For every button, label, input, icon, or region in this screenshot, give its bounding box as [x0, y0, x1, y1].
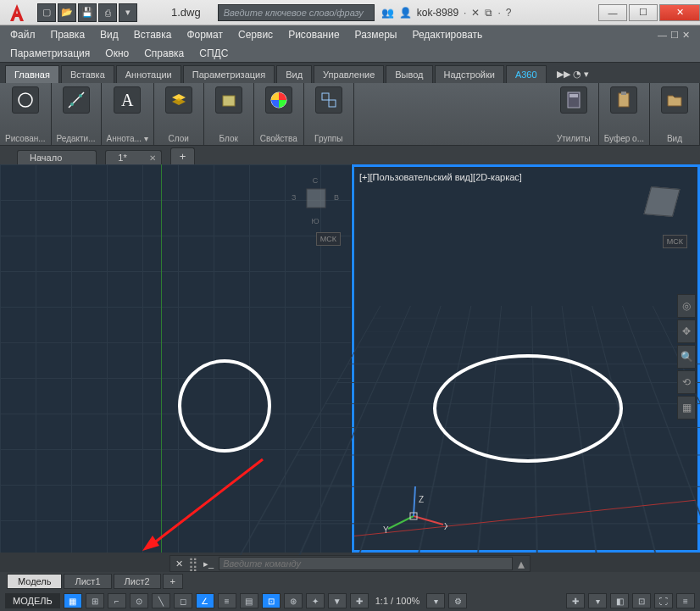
tab-manage[interactable]: Управление	[314, 65, 384, 83]
doc-max-icon[interactable]: ☐	[670, 30, 679, 41]
properties-button[interactable]	[259, 86, 298, 114]
ribbon-collapse-icon[interactable]: ▶▶ ◔ ▾	[548, 65, 597, 83]
layout-tab-model[interactable]: Модель	[7, 574, 62, 589]
tab-view[interactable]: Вид	[276, 65, 312, 83]
qat-saveas-icon[interactable]: ⎙	[98, 3, 117, 22]
menu-modify[interactable]: Редактировать	[412, 29, 482, 41]
status-cleanscreen-icon[interactable]: ⛶	[654, 593, 673, 608]
block-button[interactable]	[209, 86, 248, 114]
status-scale-label[interactable]: 1:1 / 100%	[372, 596, 424, 606]
close-button[interactable]: ✕	[659, 4, 700, 21]
status-gizmo-icon[interactable]: ✚	[350, 593, 369, 608]
menu-help[interactable]: Справка	[144, 47, 184, 59]
people-icon[interactable]: 👥	[381, 7, 394, 19]
menu-tools[interactable]: Сервис	[238, 29, 273, 41]
file-tab-start[interactable]: Начало	[17, 150, 97, 164]
menu-insert[interactable]: Вставка	[134, 29, 172, 41]
nav-pan-icon[interactable]: ✥	[677, 319, 696, 343]
status-iso-icon[interactable]: ╲	[152, 593, 170, 608]
qat-save-icon[interactable]: 💾	[78, 3, 97, 22]
status-ortho-icon[interactable]: ⌐	[108, 593, 126, 608]
tab-addins[interactable]: Надстройки	[435, 65, 504, 83]
status-customize-icon[interactable]: ≡	[676, 593, 695, 608]
wcs-label-right[interactable]: МСК	[663, 235, 687, 248]
nav-zoom-icon[interactable]: 🔍	[677, 345, 696, 369]
tab-annotate[interactable]: Аннотации	[116, 65, 181, 83]
nav-showmotion-icon[interactable]: ▦	[677, 396, 696, 419]
status-3dosnap-icon[interactable]: ⊛	[284, 593, 303, 608]
menu-view[interactable]: Вид	[100, 29, 119, 41]
file-tab-close-icon[interactable]: ✕	[149, 153, 156, 163]
status-grid-icon[interactable]: ▦	[64, 593, 82, 608]
layout-tab-add[interactable]: +	[163, 574, 183, 589]
exchange-icon[interactable]: ✕	[471, 7, 480, 19]
layers-button[interactable]	[159, 86, 198, 114]
cmdline-handle-icon[interactable]: ⣿	[188, 556, 198, 572]
app-logo[interactable]	[0, 0, 34, 25]
utilities-button[interactable]	[554, 86, 593, 114]
qat-new-icon[interactable]: ▢	[37, 3, 56, 22]
doc-min-icon[interactable]: —	[658, 30, 667, 41]
viewport-right[interactable]: [+][Пользовательский вид][2D-каркас] МСК…	[352, 164, 700, 553]
status-annomonitor-icon[interactable]: ✚	[566, 593, 585, 608]
annotation-button[interactable]: A	[108, 86, 147, 114]
menu-edit[interactable]: Правка	[51, 29, 86, 41]
tab-parametric[interactable]: Параметризация	[183, 65, 275, 83]
clipboard-button[interactable]	[604, 86, 643, 114]
user-icon[interactable]: 👤	[399, 7, 412, 19]
minimize-button[interactable]: —	[598, 4, 627, 21]
status-snap-icon[interactable]: ⊞	[86, 593, 104, 608]
groups-button[interactable]	[309, 86, 348, 114]
status-osnap-icon[interactable]: ◻	[174, 593, 192, 608]
view-button[interactable]	[655, 86, 694, 114]
menu-format[interactable]: Формат	[186, 29, 223, 41]
viewport-label[interactable]: [+][Пользовательский вид][2D-каркас]	[359, 172, 522, 182]
menu-draw[interactable]: Рисование	[288, 29, 339, 41]
status-dynamic-ucs-icon[interactable]: ✦	[306, 593, 325, 608]
cloud-icon[interactable]: ⧉	[485, 7, 492, 19]
maximize-button[interactable]: ☐	[629, 4, 658, 21]
cube-e: В	[334, 193, 339, 202]
status-polar-icon[interactable]: ⊙	[130, 593, 148, 608]
tab-home[interactable]: Главная	[5, 65, 59, 83]
layout-tab-sheet2[interactable]: Лист2	[114, 574, 161, 589]
nav-orbit-icon[interactable]: ⟲	[677, 370, 696, 394]
status-scale-dropdown-icon[interactable]: ▾	[426, 593, 445, 608]
tab-a360[interactable]: A360	[506, 65, 547, 83]
wcs-label-left[interactable]: МСК	[316, 232, 341, 246]
cmdline-close-icon[interactable]: ✕	[175, 558, 183, 569]
layout-tab-sheet1[interactable]: Лист1	[64, 574, 111, 589]
status-gear-icon[interactable]: ⚙	[448, 593, 467, 608]
qat-dropdown-icon[interactable]: ▾	[119, 3, 137, 22]
status-filter-icon[interactable]: ▼	[328, 593, 347, 608]
status-hardware-icon[interactable]: ⊡	[632, 593, 651, 608]
menu-dimension[interactable]: Размеры	[355, 29, 397, 41]
qat-open-icon[interactable]: 📂	[58, 3, 76, 22]
file-tab-add[interactable]: +	[170, 147, 196, 164]
modify-button[interactable]	[57, 86, 96, 114]
file-tab-doc[interactable]: 1*✕	[105, 150, 161, 164]
search-input[interactable]: Введите ключевое слово/фразу	[218, 4, 375, 21]
status-workspace-icon[interactable]: ▾	[588, 593, 607, 608]
nav-wheel-icon[interactable]: ◎	[677, 294, 696, 318]
status-lineweight-icon[interactable]: ≡	[218, 593, 236, 608]
status-transparency-icon[interactable]: ▤	[240, 593, 258, 608]
menu-parametric[interactable]: Параметризация	[10, 47, 90, 59]
command-input[interactable]	[219, 557, 513, 570]
tab-output[interactable]: Вывод	[386, 65, 432, 83]
status-cycling-icon[interactable]: ⊡	[262, 593, 281, 608]
cmdline-menu-icon[interactable]: ▴	[518, 556, 525, 572]
menu-window[interactable]: Окно	[105, 47, 129, 59]
status-model-button[interactable]: МОДЕЛЬ	[5, 593, 60, 608]
status-otrack-icon[interactable]: ∠	[196, 593, 214, 608]
tab-insert[interactable]: Вставка	[61, 65, 114, 83]
viewcube-left[interactable]: С В Ю З	[290, 175, 341, 225]
viewcube-right[interactable]	[636, 177, 687, 228]
username-label[interactable]: kok-8989	[417, 7, 458, 19]
menu-file[interactable]: Файл	[10, 29, 36, 41]
menu-spds[interactable]: СПДС	[199, 47, 228, 59]
status-isolate-icon[interactable]: ◧	[610, 593, 629, 608]
draw-button[interactable]	[6, 86, 45, 114]
help-icon[interactable]: ?	[506, 7, 512, 19]
doc-close-icon[interactable]: ✕	[682, 30, 690, 41]
